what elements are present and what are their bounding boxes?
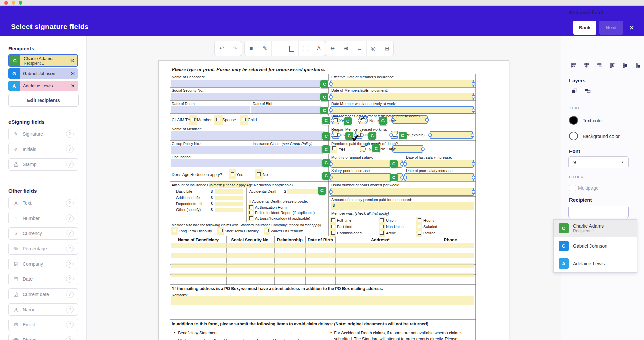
checkbox[interactable] bbox=[380, 225, 384, 228]
help-icon[interactable]: ? bbox=[66, 130, 74, 138]
checkbox[interactable] bbox=[219, 229, 223, 232]
text-tool-icon[interactable]: A bbox=[312, 41, 326, 56]
help-icon[interactable]: ? bbox=[66, 145, 74, 153]
edit-recipients-button[interactable]: Edit recipients bbox=[8, 94, 79, 107]
dropdown-item-adelaine[interactable]: A Adelaine Lewis bbox=[554, 255, 637, 272]
selected-field[interactable] bbox=[330, 93, 474, 100]
field-button-stamp[interactable]: Stamp ? bbox=[8, 158, 78, 171]
field-button-email[interactable]: ✉ Email ? bbox=[8, 319, 78, 331]
traffic-light-zoom-icon[interactable] bbox=[19, 1, 22, 5]
help-icon[interactable]: ? bbox=[66, 336, 74, 340]
traffic-light-minimize-icon[interactable] bbox=[12, 1, 15, 5]
checkbox[interactable] bbox=[265, 229, 269, 232]
field-button-number[interactable]: 1 Number ? bbox=[8, 212, 78, 224]
text-field-placed[interactable] bbox=[171, 80, 325, 87]
amount-field[interactable] bbox=[215, 189, 243, 194]
text-field-placed[interactable] bbox=[171, 146, 251, 154]
selected-field[interactable] bbox=[392, 145, 423, 153]
text-field-placed[interactable] bbox=[171, 159, 325, 167]
recipient-badge[interactable]: C bbox=[322, 172, 330, 180]
send-backward-icon[interactable] bbox=[585, 88, 591, 94]
undo-icon[interactable]: ↶ bbox=[215, 41, 228, 56]
ellipse-tool-icon[interactable] bbox=[299, 41, 312, 56]
checkbox[interactable] bbox=[242, 118, 246, 121]
text-field-placed[interactable] bbox=[251, 106, 325, 113]
recipient-chip-adelaine[interactable]: A Adelaine Lewis ✕ bbox=[8, 81, 78, 91]
recipient-input[interactable] bbox=[568, 206, 629, 218]
remove-recipient-icon[interactable]: ✕ bbox=[67, 55, 77, 66]
amount-field[interactable] bbox=[215, 202, 243, 206]
selected-field[interactable] bbox=[404, 160, 474, 168]
help-icon[interactable]: ? bbox=[66, 199, 74, 207]
help-icon[interactable]: ? bbox=[66, 245, 74, 252]
field-button-date[interactable]: Date ? bbox=[8, 273, 78, 285]
help-icon[interactable]: ? bbox=[66, 161, 74, 168]
align-middle-vertical-icon[interactable] bbox=[623, 63, 627, 68]
line-tool-icon[interactable]: – bbox=[272, 41, 285, 56]
back-button[interactable]: Back bbox=[573, 21, 596, 35]
table-row-field[interactable] bbox=[171, 243, 474, 248]
field-button-currency[interactable]: $ Currency ? bbox=[8, 227, 78, 240]
close-icon[interactable]: ✕ bbox=[629, 24, 635, 32]
checkbox[interactable] bbox=[393, 133, 396, 137]
recipient-badge[interactable]: C bbox=[318, 186, 326, 195]
help-icon[interactable]: ? bbox=[66, 306, 74, 313]
checkbox[interactable] bbox=[361, 146, 365, 150]
checkbox[interactable] bbox=[231, 172, 234, 176]
recipient-badge[interactable]: C bbox=[322, 145, 330, 154]
recipient-badge[interactable]: C bbox=[390, 173, 398, 182]
dropdown-item-charlie[interactable]: C Charlie AdamsRecipient 1 bbox=[554, 220, 637, 237]
table-row-field[interactable] bbox=[171, 253, 474, 258]
redo-icon[interactable]: ↷ bbox=[228, 41, 242, 56]
field-button-name[interactable]: Name ? bbox=[8, 303, 78, 316]
next-button[interactable]: Next bbox=[599, 21, 623, 35]
align-bottom-icon[interactable] bbox=[636, 63, 640, 68]
pencil-tool-icon[interactable]: ✎ bbox=[258, 41, 272, 56]
rectangle-tool-icon[interactable] bbox=[285, 41, 299, 56]
checkbox[interactable] bbox=[173, 229, 176, 232]
checkbox[interactable] bbox=[216, 118, 220, 121]
multipage-checkbox[interactable] bbox=[569, 185, 576, 191]
help-icon[interactable]: ? bbox=[66, 321, 74, 328]
field-button-current-date[interactable]: Current date ? bbox=[8, 288, 78, 300]
field-button-initials[interactable]: ✐ Initials ? bbox=[8, 143, 78, 155]
checkbox[interactable] bbox=[418, 225, 421, 228]
recipient-badge[interactable]: C bbox=[368, 132, 376, 140]
recipient-badge[interactable]: C bbox=[398, 131, 407, 140]
amount-field[interactable] bbox=[215, 196, 243, 200]
bring-forward-icon[interactable] bbox=[571, 88, 578, 94]
font-size-select[interactable]: 9 ▼ bbox=[568, 156, 629, 168]
checkbox[interactable] bbox=[380, 218, 384, 222]
checkbox[interactable] bbox=[331, 231, 335, 235]
remove-recipient-icon[interactable]: ✕ bbox=[68, 81, 78, 91]
text-field-placed[interactable] bbox=[171, 93, 325, 100]
recipient-badge[interactable]: C bbox=[320, 93, 329, 101]
background-color-swatch[interactable] bbox=[569, 132, 578, 140]
remove-recipient-icon[interactable]: ✕ bbox=[68, 68, 78, 79]
checkbox[interactable] bbox=[332, 146, 336, 150]
help-icon[interactable]: ? bbox=[66, 275, 74, 283]
amount-field[interactable] bbox=[215, 208, 243, 212]
dropdown-item-gabriel[interactable]: G Gabriel Johnson bbox=[554, 237, 637, 255]
checkbox[interactable] bbox=[257, 172, 261, 176]
align-center-horizontal-icon[interactable] bbox=[584, 63, 589, 68]
text-field-placed[interactable] bbox=[251, 146, 325, 154]
field-button-text[interactable]: A Text ? bbox=[8, 197, 78, 209]
checkbox[interactable] bbox=[331, 218, 335, 222]
recipient-badge[interactable]: C bbox=[379, 117, 387, 125]
checkbox[interactable] bbox=[380, 231, 384, 235]
text-field-placed[interactable] bbox=[171, 106, 250, 113]
checkbox[interactable] bbox=[334, 133, 338, 137]
recipient-badge[interactable]: C bbox=[322, 116, 330, 125]
checkbox[interactable] bbox=[418, 231, 421, 235]
remarks-field[interactable] bbox=[171, 296, 474, 305]
checkbox[interactable] bbox=[249, 211, 253, 214]
recipient-badge[interactable]: C bbox=[322, 132, 330, 140]
recipient-badge[interactable]: C bbox=[320, 80, 329, 88]
help-icon[interactable]: ? bbox=[66, 260, 74, 268]
field-button-percentage[interactable]: % Percentage ? bbox=[8, 243, 78, 255]
grid-icon[interactable]: ⊞ bbox=[380, 41, 393, 56]
recipient-badge[interactable]: C bbox=[344, 117, 352, 126]
field-button-company[interactable]: Company ? bbox=[8, 258, 78, 270]
align-top-icon[interactable] bbox=[610, 63, 615, 68]
